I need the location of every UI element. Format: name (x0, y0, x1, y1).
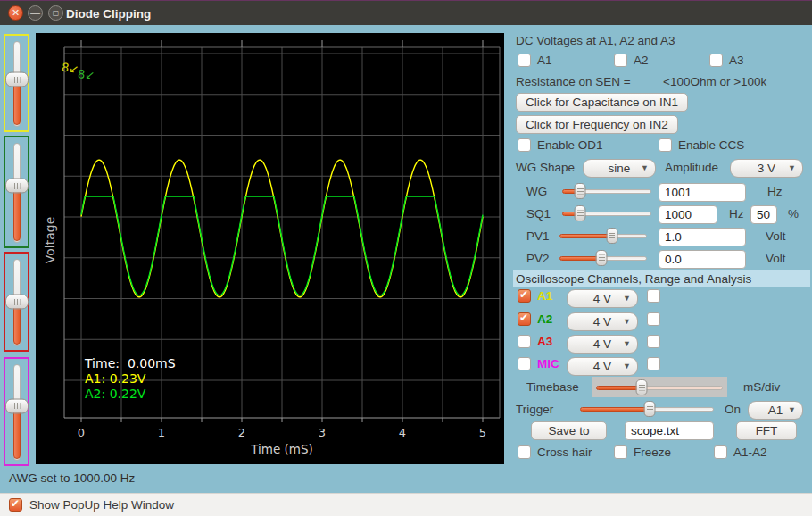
channel-a1-analysis-checkbox[interactable] (647, 289, 660, 303)
sq1-frequency-field[interactable]: 1000 (659, 205, 717, 224)
channel-a2-analysis-checkbox[interactable] (647, 312, 660, 326)
slider-handle[interactable] (575, 205, 586, 221)
minimize-icon: — (29, 6, 42, 20)
pv1-label: PV1 (526, 229, 550, 243)
pv1-slider[interactable] (559, 228, 647, 244)
show-popup-help-label: Show PopUp Help Window (29, 498, 174, 512)
slider-handle[interactable] (644, 401, 656, 417)
channel-a1-checkbox[interactable] (518, 289, 531, 303)
freeze-checkbox[interactable] (614, 445, 627, 459)
filename-field[interactable]: scope.txt (625, 421, 714, 440)
time-readout: Time: 0.00mS (85, 356, 176, 370)
a1-a2-checkbox[interactable] (714, 445, 727, 459)
channel-a2-label: A2 (537, 312, 552, 326)
chevron-down-icon: ▼ (788, 405, 796, 414)
main-area: 012345Time (mS) Voltage 8↙ 8↙ Time: 0.00… (0, 25, 812, 493)
sq1-duty-field[interactable]: 50 (750, 205, 777, 224)
a2-trace-marker-icon: 8↙ (78, 68, 95, 80)
pv1-unit-label: Volt (766, 229, 786, 243)
channel-a1-range-dropdown[interactable]: 4 V ▼ (567, 289, 638, 308)
wg-slider[interactable] (562, 183, 651, 199)
close-button[interactable]: ✕ (8, 5, 23, 21)
svg-text:4: 4 (399, 426, 406, 439)
dc-a2-checkbox[interactable] (614, 54, 627, 67)
svg-text:Time (mS): Time (mS) (250, 442, 313, 456)
amplitude-label: Amplitude (665, 161, 718, 174)
save-to-button[interactable]: Save to (531, 421, 607, 440)
oscilloscope-display[interactable]: 012345Time (mS) Voltage 8↙ 8↙ Time: 0.00… (36, 33, 504, 464)
channel-mic-range-value: 4 V (593, 360, 611, 373)
a2-offset-sliderbox (4, 136, 29, 248)
chevron-down-icon: ▼ (623, 362, 631, 370)
timebase-slider[interactable] (596, 379, 723, 395)
a1-offset-slider[interactable] (13, 41, 21, 125)
channel-a3-range-value: 4 V (593, 337, 611, 351)
enable-ccs-checkbox[interactable] (659, 138, 672, 152)
svg-text:3: 3 (319, 426, 326, 439)
chevron-down-icon: ▼ (623, 317, 631, 326)
slider-handle[interactable] (606, 228, 617, 244)
chevron-down-icon: ▼ (623, 339, 631, 348)
slider-handle[interactable] (636, 379, 648, 395)
a3-offset-slider[interactable] (13, 259, 21, 345)
wg-shape-dropdown[interactable]: sine ▼ (583, 159, 656, 178)
trigger-slider[interactable] (580, 401, 714, 417)
svg-text:5: 5 (479, 426, 486, 439)
channel-a1-label: A1 (537, 289, 552, 303)
mic-offset-slider[interactable] (13, 364, 21, 459)
wg-frequency-field[interactable]: 1001 (659, 183, 746, 202)
a2-offset-slider[interactable] (13, 143, 21, 241)
status-message: AWG set to 1000.00 Hz (9, 471, 135, 485)
maximize-button[interactable]: ▢ (48, 5, 63, 21)
channel-mic-label: MIC (537, 357, 559, 370)
svg-text:1: 1 (158, 426, 165, 439)
minimize-button[interactable]: — (28, 5, 43, 21)
resistance-value: <100Ohm or >100k (663, 75, 766, 88)
slider-handle[interactable] (575, 183, 586, 199)
pv2-slider[interactable] (559, 250, 647, 266)
a1-offset-sliderbox (4, 34, 29, 132)
channel-a3-analysis-checkbox[interactable] (647, 335, 660, 348)
svg-text:2: 2 (238, 426, 245, 439)
slider-handle[interactable] (5, 398, 29, 413)
enable-od1-checkbox[interactable] (518, 138, 531, 152)
channel-a2-range-dropdown[interactable]: 4 V ▼ (567, 312, 638, 331)
chevron-down-icon: ▼ (623, 294, 631, 303)
sq1-slider[interactable] (562, 205, 651, 221)
show-popup-help-checkbox[interactable] (9, 498, 22, 512)
fft-button[interactable]: FFT (736, 421, 797, 440)
slider-fill (596, 386, 642, 390)
a2-readout: A2: 0.22V (85, 387, 145, 401)
dc-a3-label: A3 (729, 54, 744, 67)
wg-label: WG (526, 185, 547, 198)
frequency-button[interactable]: Click for Frequency on IN2 (516, 115, 678, 134)
slider-handle[interactable] (5, 179, 29, 194)
slider-handle[interactable] (5, 295, 29, 310)
channel-mic-analysis-checkbox[interactable] (647, 357, 660, 370)
sq1-label: SQ1 (526, 207, 551, 221)
trigger-source-dropdown[interactable]: A1 ▼ (748, 401, 803, 420)
close-icon: ✕ (9, 6, 22, 20)
channel-mic-checkbox[interactable] (518, 357, 531, 370)
enable-ccs-label: Enable CCS (678, 138, 744, 152)
slider-handle[interactable] (596, 250, 608, 266)
sq1-duty-unit-label: % (788, 207, 799, 221)
dc-a1-checkbox[interactable] (518, 54, 531, 67)
cross-hair-checkbox[interactable] (518, 445, 531, 459)
pv1-value-field[interactable]: 1.0 (659, 228, 746, 246)
channel-mic-range-dropdown[interactable]: 4 V ▼ (567, 357, 638, 376)
pv2-value-field[interactable]: 0.0 (659, 250, 746, 269)
help-bar: Show PopUp Help Window (0, 493, 812, 516)
dc-a2-label: A2 (634, 54, 649, 67)
enable-od1-label: Enable OD1 (537, 138, 603, 152)
a1-readout: A1: 0.23V (85, 371, 145, 386)
capacitance-button[interactable]: Click for Capacitance on IN1 (516, 93, 688, 112)
maximize-icon: ▢ (49, 6, 62, 20)
titlebar: ✕ — ▢ Diode Clipping (0, 0, 812, 25)
slider-handle[interactable] (5, 72, 29, 87)
channel-a3-checkbox[interactable] (518, 335, 531, 348)
channel-a3-range-dropdown[interactable]: 4 V ▼ (567, 335, 638, 354)
dc-a3-checkbox[interactable] (709, 54, 723, 67)
channel-a2-checkbox[interactable] (518, 312, 531, 326)
amplitude-dropdown[interactable]: 3 V ▼ (730, 159, 803, 178)
